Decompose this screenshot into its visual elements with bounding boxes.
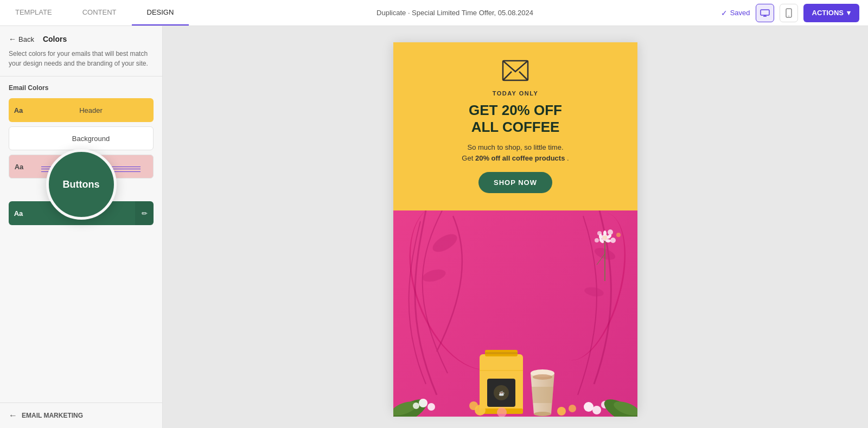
svg-point-50 (557, 407, 566, 416)
svg-line-7 (519, 72, 528, 80)
tab-design[interactable]: DESIGN (132, 0, 189, 25)
top-tabs: TEMPLATE CONTENT DESIGN (0, 0, 189, 25)
svg-point-4 (788, 15, 789, 16)
shop-now-button[interactable]: SHOP NOW (478, 172, 552, 193)
pencil-icon: ✏ (142, 209, 148, 218)
shop-now-label: SHOP NOW (494, 178, 537, 187)
flowers-top-right (578, 221, 632, 286)
background-aa-label (9, 127, 29, 150)
svg-point-39 (419, 399, 427, 407)
email-canvas: TODAY ONLY GET 20% OFF ALL COFFEE So muc… (393, 42, 637, 412)
svg-point-8 (430, 231, 459, 255)
email-image-section: ☕ (393, 210, 637, 417)
main-layout: ← Back Colors Select colors for your ema… (0, 26, 868, 428)
background-label-text: Background (72, 135, 110, 143)
sidebar-title: Colors (43, 35, 67, 43)
canvas-area: TODAY ONLY GET 20% OFF ALL COFFEE So muc… (163, 26, 868, 428)
bottom-flowers (393, 368, 637, 417)
desktop-view-btn[interactable] (756, 4, 774, 22)
svg-point-25 (599, 234, 602, 239)
actions-label: ACTIONS (812, 9, 844, 17)
svg-line-6 (503, 72, 512, 80)
svg-point-44 (497, 407, 507, 417)
buttons-popup-label: Buttons (63, 179, 100, 190)
today-only-text: TODAY ONLY (493, 90, 539, 97)
envelope-icon (502, 60, 529, 81)
sidebar: ← Back Colors Select colors for your ema… (0, 26, 163, 428)
headline: GET 20% OFF ALL COFFEE (406, 102, 624, 136)
svg-point-41 (413, 403, 419, 409)
document-title: Duplicate · Special Limited Time Offer, … (189, 9, 720, 17)
top-bar: TEMPLATE CONTENT DESIGN Duplicate · Spec… (0, 0, 868, 26)
svg-point-11 (584, 286, 604, 298)
section-label-email-colors: Email Colors (0, 76, 162, 96)
svg-point-15 (610, 238, 616, 243)
saved-badge: ✓ Saved (721, 9, 750, 17)
subtext1-text: So much to shop, so little time. (467, 143, 563, 151)
product-scene: ☕ (393, 210, 637, 417)
svg-point-46 (592, 406, 601, 414)
subtext3-text: . (567, 154, 569, 162)
footer-label: EMAIL MARKETING (22, 412, 83, 419)
svg-point-45 (584, 402, 593, 412)
sidebar-description: Select colors for your emails that will … (0, 49, 162, 76)
headline2-text: ALL COFFEE (471, 119, 560, 135)
left-arrow-icon: ← (9, 411, 17, 420)
subtext: So much to shop, so little time. Get 20%… (406, 142, 624, 163)
svg-point-9 (421, 267, 447, 284)
tab-template[interactable]: TEMPLATE (0, 0, 67, 25)
chevron-down-icon: ▾ (847, 9, 851, 17)
header-label: Header (28, 106, 154, 114)
section-label-text: Email Colors (9, 84, 48, 92)
sidebar-header: ← Back Colors (0, 26, 162, 49)
svg-point-16 (595, 238, 599, 242)
background-label: Background (29, 135, 153, 143)
tab-content[interactable]: CONTENT (67, 0, 132, 25)
mobile-view-btn[interactable] (780, 4, 798, 22)
email-top-section: TODAY ONLY GET 20% OFF ALL COFFEE So muc… (393, 42, 637, 210)
actions-button[interactable]: ACTIONS ▾ (803, 4, 860, 22)
check-icon: ✓ (721, 9, 727, 17)
svg-point-40 (427, 403, 435, 411)
svg-point-23 (605, 239, 611, 242)
back-arrow-icon: ← (9, 35, 16, 43)
svg-point-17 (616, 233, 621, 237)
body-aa-label: Aa (9, 155, 29, 178)
subtext2-text: Get (462, 154, 473, 162)
svg-rect-28 (485, 352, 518, 354)
subtext-bold: 20% off all coffee products (475, 154, 565, 162)
buttons-color-popup[interactable]: Buttons (46, 149, 117, 220)
sidebar-footer[interactable]: ← EMAIL MARKETING (0, 403, 162, 428)
document-title-text: Duplicate · Special Limited Time Offer, … (376, 9, 533, 17)
color-row-header[interactable]: Aa Header (9, 98, 154, 122)
back-label: Back (18, 35, 34, 43)
headline1-text: GET 20% OFF (469, 102, 562, 118)
saved-label: Saved (730, 9, 750, 17)
header-aa-label: Aa (9, 98, 28, 122)
svg-line-19 (597, 254, 605, 265)
svg-point-20 (603, 235, 607, 240)
top-bar-actions: ✓ Saved ACTIONS ▾ (721, 4, 868, 22)
svg-point-13 (608, 229, 613, 235)
back-button[interactable]: ← Back (9, 35, 34, 43)
buttons-aa-label: Aa (9, 201, 28, 225)
header-label-text: Header (79, 106, 103, 114)
svg-point-21 (603, 231, 607, 236)
description-text: Select colors for your emails that will … (9, 50, 148, 67)
edit-color-button[interactable]: ✏ (135, 201, 154, 225)
color-row-background[interactable]: Background (9, 126, 154, 150)
svg-point-51 (569, 405, 576, 412)
svg-point-43 (469, 401, 478, 410)
svg-rect-0 (761, 10, 769, 15)
today-only-label: TODAY ONLY (406, 90, 624, 97)
